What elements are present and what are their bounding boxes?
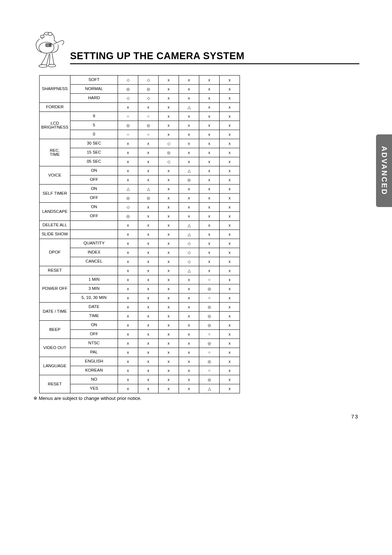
category-cell: VIDEO OUT	[40, 339, 70, 357]
symbol-cell: x	[179, 185, 199, 194]
svg-point-8	[48, 64, 56, 67]
symbol-cell: x	[118, 239, 138, 248]
symbol-cell: x	[159, 348, 179, 357]
symbol-cell: x	[138, 212, 159, 221]
symbol-cell: x	[179, 357, 199, 366]
symbol-cell: x	[138, 293, 159, 303]
symbol-cell: ◎	[179, 175, 199, 185]
table-row: SHARPNESSSOFT◇◇xxxx	[40, 76, 240, 85]
symbol-cell: x	[220, 166, 240, 175]
symbol-cell: x	[199, 103, 220, 112]
table-row: VOICEONxxx△xx	[40, 166, 240, 175]
title-divider	[70, 63, 359, 64]
symbol-cell: ○	[199, 366, 220, 375]
symbol-cell: x	[220, 284, 240, 293]
symbol-cell: ○	[199, 348, 220, 357]
symbol-cell: x	[138, 239, 159, 248]
symbol-cell: x	[220, 130, 240, 139]
symbol-cell: x	[179, 321, 199, 330]
symbol-cell: ◇	[118, 94, 138, 103]
symbol-cell: x	[118, 157, 138, 166]
symbol-cell: x	[159, 85, 179, 94]
symbol-cell: x	[138, 221, 159, 230]
sub-cell	[70, 221, 118, 230]
symbol-cell: x	[118, 339, 138, 348]
symbol-cell: x	[199, 76, 220, 85]
symbol-cell: △	[199, 384, 220, 393]
sub-cell: 0	[70, 130, 118, 139]
footnote-text: Menus are subject to change without prio…	[39, 396, 142, 401]
table-row: DELETE ALLxxx△xx	[40, 221, 240, 230]
sub-cell: NORMAL	[70, 85, 118, 94]
table-row: POWER OFF1 MINxxxx○x	[40, 275, 240, 284]
sub-cell: SOFT	[70, 76, 118, 85]
symbol-cell: ◇	[138, 94, 159, 103]
sub-cell: 3 MIN	[70, 284, 118, 293]
sub-cell: ON	[70, 321, 118, 330]
symbol-cell: x	[138, 139, 159, 148]
symbol-cell: x	[118, 166, 138, 175]
sub-cell: OFF	[70, 194, 118, 203]
category-cell: RESET	[40, 266, 70, 275]
symbol-cell: x	[138, 275, 159, 284]
symbol-cell: x	[159, 266, 179, 275]
sub-cell: DATE	[70, 303, 118, 312]
note-mark: ※	[33, 396, 37, 401]
symbol-cell: x	[118, 321, 138, 330]
symbol-cell: x	[138, 348, 159, 357]
sub-cell: OFF	[70, 212, 118, 221]
symbol-cell: x	[179, 194, 199, 203]
symbol-cell: △	[179, 103, 199, 112]
footnote: ※ Menus are subject to change without pr…	[33, 396, 359, 401]
symbol-cell: x	[199, 230, 220, 239]
symbol-cell: x	[199, 185, 220, 194]
sub-cell	[70, 230, 118, 239]
symbol-cell: x	[179, 212, 199, 221]
symbol-cell: x	[118, 348, 138, 357]
symbol-cell: x	[159, 76, 179, 85]
symbol-cell: x	[220, 266, 240, 275]
symbol-cell: ◎	[199, 284, 220, 293]
symbol-cell: x	[179, 330, 199, 339]
symbol-cell: ◎	[199, 375, 220, 384]
symbol-cell: x	[138, 175, 159, 185]
symbol-cell: x	[159, 384, 179, 393]
category-cell: DELETE ALL	[40, 221, 70, 230]
sub-cell: YES	[70, 384, 118, 393]
sub-cell: ON	[70, 185, 118, 194]
svg-point-7	[39, 64, 47, 67]
symbol-cell: x	[159, 248, 179, 257]
mascot-icon	[33, 29, 67, 71]
symbol-cell: x	[118, 312, 138, 321]
symbol-cell: x	[220, 275, 240, 284]
symbol-cell: x	[118, 330, 138, 339]
symbol-cell: x	[118, 139, 138, 148]
symbol-cell: ◎	[118, 212, 138, 221]
symbol-cell: ◎	[159, 148, 179, 157]
page-title: SETTING UP THE CAMERA SYSTEM	[70, 50, 359, 62]
symbol-cell: x	[199, 248, 220, 257]
symbol-cell: x	[118, 275, 138, 284]
symbol-cell: x	[220, 384, 240, 393]
symbol-cell: ◇	[179, 248, 199, 257]
symbol-cell: x	[179, 76, 199, 85]
symbol-cell: x	[159, 194, 179, 203]
symbol-cell: ◇	[159, 139, 179, 148]
symbol-cell: x	[179, 94, 199, 103]
symbol-cell: x	[199, 157, 220, 166]
symbol-cell: x	[159, 375, 179, 384]
symbol-cell: x	[220, 212, 240, 221]
symbol-cell: x	[138, 366, 159, 375]
svg-point-6	[49, 44, 51, 45]
symbol-cell: ○	[138, 112, 159, 121]
symbol-cell: ○	[118, 130, 138, 139]
table-row: RESETxxx△xx	[40, 266, 240, 275]
category-cell: REC.TIME	[40, 139, 70, 166]
symbol-cell: x	[179, 139, 199, 148]
symbol-cell: ◇	[118, 76, 138, 85]
sub-cell: TIME	[70, 312, 118, 321]
sub-cell: QUANTITY	[70, 239, 118, 248]
table-row: FORDERxxx△xx	[40, 103, 240, 112]
symbol-cell: x	[199, 257, 220, 266]
symbol-cell: x	[118, 103, 138, 112]
